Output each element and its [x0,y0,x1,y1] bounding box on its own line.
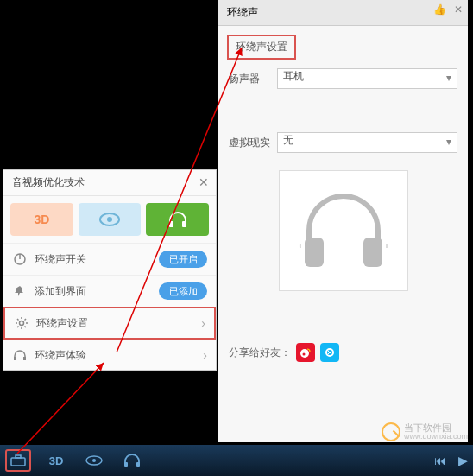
headphones-small-icon [12,347,28,363]
power-icon [12,251,28,267]
thumbs-up-icon[interactable]: 👍 [433,3,446,16]
headphones-icon [123,453,142,468]
svg-rect-15 [16,455,21,458]
svg-rect-8 [23,357,26,360]
right-panel-title-bar: 环绕声 👍 ✕ [218,0,468,26]
toolbox-button[interactable] [5,449,31,472]
prev-button[interactable]: ⏮ [434,454,446,467]
vr-select[interactable]: 无 [277,132,457,153]
svg-rect-18 [124,462,128,467]
svg-rect-7 [14,357,16,360]
surround-switch-label: 环绕声开关 [35,252,159,267]
bar-3d-button[interactable]: 3D [43,449,69,472]
play-button[interactable]: ▶ [458,454,468,467]
chevron-right-icon: › [201,316,205,330]
add-to-ui-label: 添加到界面 [35,284,159,299]
weibo-icon[interactable] [296,343,315,362]
surround-settings-row[interactable]: 环绕声设置 › [3,307,216,340]
qzone-icon[interactable] [320,343,339,362]
share-row: 分享给好友： [218,334,468,371]
mode-eye-button[interactable] [79,203,142,236]
headphones-large-icon [296,187,391,274]
share-label: 分享给好友： [229,346,291,360]
panel-title: 音视频优化技术 [12,176,85,188]
svg-line-20 [17,363,104,454]
toolbox-icon [10,454,26,466]
mode-headphones-button[interactable] [146,203,209,236]
surround-switch-toggle[interactable]: 已开启 [159,251,207,268]
speaker-select[interactable]: 耳机 [277,68,457,89]
svg-rect-2 [169,221,173,227]
eye-icon [99,213,120,226]
surround-switch-row[interactable]: 环绕声开关 已开启 [3,243,216,275]
chevron-right-icon: › [203,348,207,362]
pin-icon [12,283,28,299]
svg-rect-14 [11,458,25,466]
headphones-icon [167,211,188,228]
bar-headphones-button[interactable] [119,449,145,472]
add-to-ui-row[interactable]: 添加到界面 已添加 [3,275,216,307]
speaker-label: 扬声器 [229,72,277,86]
add-to-ui-toggle[interactable]: 已添加 [159,282,207,300]
svg-point-6 [20,321,24,326]
gear-icon [14,315,29,331]
watermark: 当下软件园 www.downxia.com [382,422,468,441]
svg-point-12 [303,353,306,356]
svg-rect-3 [182,221,186,227]
panel-header: 音视频优化技术 ✕ [3,170,216,196]
svg-point-1 [107,217,112,222]
svg-point-17 [92,459,96,462]
headphone-preview [279,170,408,291]
svg-rect-10 [363,238,382,267]
bar-eye-button[interactable] [81,449,107,472]
surround-experience-label: 环绕声体验 [35,348,203,363]
svg-rect-19 [136,462,140,467]
player-bottom-bar: 3D ⏮ ▶ [0,445,473,476]
surround-experience-row[interactable]: 环绕声体验 › [3,340,216,370]
watermark-logo-icon [382,422,400,441]
mode-3d-button[interactable]: 3D [10,203,73,236]
eye-icon [85,455,103,466]
audio-optimization-panel: 音视频优化技术 ✕ 3D 环绕声开关 已开启 添加到界面 已添加 环绕声设置 › [3,169,217,371]
section-label: 环绕声设置 [227,35,296,60]
vr-label: 虚拟现实 [229,136,277,150]
surround-settings-panel: 环绕声 👍 ✕ 环绕声设置 扬声器 耳机 虚拟现实 无 分享给好友： [218,0,468,442]
surround-settings-label: 环绕声设置 [36,316,201,331]
close-icon[interactable]: ✕ [199,175,209,189]
close-icon[interactable]: ✕ [454,3,463,16]
right-panel-title: 环绕声 [227,6,258,18]
svg-rect-9 [305,238,324,267]
